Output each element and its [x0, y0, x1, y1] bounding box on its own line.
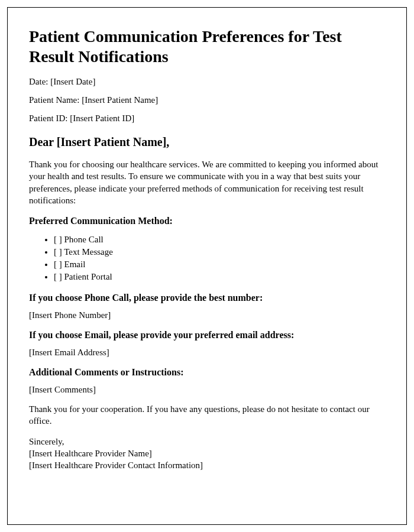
communication-options: [ ] Phone Call [ ] Text Message [ ] Emai…: [29, 233, 385, 283]
date-value: [Insert Date]: [50, 77, 95, 86]
email-placeholder: [Insert Email Address]: [29, 348, 385, 358]
comments-heading: Additional Comments or Instructions:: [29, 367, 385, 378]
date-label: Date:: [29, 77, 50, 86]
patient-id-value: [Insert Patient ID]: [70, 113, 134, 123]
closing-sincerely: Sincerely,: [29, 436, 385, 447]
email-section-heading: If you choose Email, please provide your…: [29, 330, 385, 340]
closing-block: Sincerely, [Insert Healthcare Provider N…: [29, 436, 385, 472]
closing-provider-contact: [Insert Healthcare Provider Contact Info…: [29, 459, 385, 471]
comments-placeholder: [Insert Comments]: [29, 385, 385, 395]
option-email: [ ] Email: [54, 258, 385, 271]
thanks-paragraph: Thank you for your cooperation. If you h…: [29, 403, 385, 427]
meta-patient-id: Patient ID: [Insert Patient ID]: [29, 113, 385, 124]
meta-patient-name: Patient Name: [Insert Patient Name]: [29, 95, 385, 105]
page-title: Patient Communication Preferences for Te…: [29, 27, 385, 66]
document-container: Patient Communication Preferences for Te…: [7, 7, 407, 525]
preferred-method-heading: Preferred Communication Method:: [29, 216, 385, 226]
intro-paragraph: Thank you for choosing our healthcare se…: [29, 158, 385, 206]
option-patient-portal: [ ] Patient Portal: [54, 271, 385, 283]
salutation: Dear [Insert Patient Name],: [29, 135, 385, 149]
meta-date: Date: [Insert Date]: [29, 77, 385, 87]
patient-name-value: [Insert Patient Name]: [82, 95, 158, 105]
closing-provider-name: [Insert Healthcare Provider Name]: [29, 447, 385, 459]
patient-name-label: Patient Name:: [29, 95, 82, 105]
option-phone-call: [ ] Phone Call: [54, 233, 385, 246]
patient-id-label: Patient ID:: [29, 113, 70, 123]
phone-section-heading: If you choose Phone Call, please provide…: [29, 293, 385, 303]
phone-placeholder: [Insert Phone Number]: [29, 310, 385, 320]
option-text-message: [ ] Text Message: [54, 246, 385, 258]
